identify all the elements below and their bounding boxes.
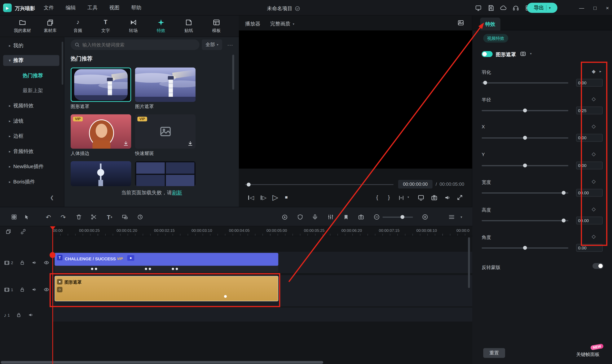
snapshot-camera-icon[interactable] (431, 194, 438, 201)
menu-edit[interactable]: 编辑 (66, 4, 76, 11)
effect-enable-toggle[interactable] (482, 51, 493, 57)
effect-card-partial-tower[interactable] (71, 161, 131, 186)
more-options-button[interactable]: ··· (225, 39, 235, 50)
menu-file[interactable]: 文件 (44, 4, 54, 11)
fullscreen-icon[interactable] (457, 194, 463, 201)
zoom-out-icon[interactable] (373, 213, 380, 221)
playhead-handle[interactable] (50, 226, 55, 230)
jump-start-button[interactable]: ◁ (248, 194, 254, 201)
tab-effects-properties[interactable]: 特效 (480, 18, 500, 30)
tab-transitions[interactable]: 转场 (119, 16, 147, 37)
dual-screen-icon[interactable] (418, 194, 424, 201)
add-text-icon[interactable]: T+ (106, 213, 113, 221)
mute-speaker-icon[interactable] (31, 260, 37, 266)
cloud-icon[interactable] (500, 4, 507, 11)
keyframe-diamond-icon[interactable]: ◇ (592, 206, 596, 212)
keyframe-diamond-icon[interactable]: ◇ (592, 233, 596, 239)
export-dropdown-caret[interactable]: ▾ (549, 6, 551, 10)
feather-value[interactable]: 0.00 (576, 79, 603, 87)
track-manager-icon[interactable] (448, 213, 455, 221)
effect-card-image-mask[interactable] (135, 67, 195, 102)
time-ruler[interactable]: 00:00 00:00:00:25 00:00:01:20 00:00:02:1… (52, 226, 472, 236)
export-button[interactable]: 导出 ▾ (527, 3, 557, 13)
text-clip[interactable]: T CHALLENGE / SUCCESS VIP ◆ (55, 253, 278, 266)
render-preview-icon[interactable] (281, 213, 288, 221)
clip-keyframe-dot[interactable] (224, 295, 227, 298)
split-scissors-icon[interactable] (90, 213, 97, 221)
search-input[interactable] (82, 42, 196, 47)
keyframe-diamond-icon[interactable]: ◇ (592, 178, 596, 184)
effect-card-quick-flare[interactable]: VIP (135, 114, 195, 149)
audio-mixer-icon[interactable] (327, 213, 334, 221)
nav-item-audio-effects[interactable]: ▸音频特效 (3, 146, 59, 157)
close-button[interactable]: × (606, 5, 609, 11)
visibility-eye-icon[interactable] (44, 287, 50, 293)
angle-value[interactable]: 0.00 (576, 244, 603, 252)
menu-tools[interactable]: 工具 (87, 4, 98, 11)
y-value[interactable]: 0.00 (576, 162, 603, 169)
trim-range-icon[interactable] (398, 195, 404, 201)
mute-speaker-icon[interactable] (31, 287, 37, 293)
nav-item-borders[interactable]: ▸边框 (3, 131, 59, 142)
mask-effect-clip[interactable]: ◆ 图形遮罩 ◇ (55, 276, 278, 301)
nav-item-newest[interactable]: 最新上架 (3, 86, 59, 96)
export-frame-icon[interactable] (358, 213, 365, 221)
feather-slider[interactable] (482, 82, 568, 84)
link-clips-icon[interactable] (20, 229, 26, 235)
lock-icon[interactable] (16, 312, 22, 318)
width-slider[interactable] (482, 193, 568, 194)
nav-item-video-effects[interactable]: ▸视频特效 (3, 100, 59, 111)
reset-button[interactable]: 重置 (483, 348, 505, 358)
layout-grid-icon[interactable] (11, 213, 18, 221)
seek-handle[interactable] (247, 183, 250, 186)
keyframe-diamond-icon[interactable]: ◆ (592, 68, 596, 74)
timeline-vertical-scrollbar[interactable] (468, 237, 470, 288)
nav-item-recommended[interactable]: ▾推荐 (3, 55, 59, 66)
slider-handle[interactable] (483, 81, 487, 85)
visibility-eye-icon[interactable] (44, 260, 50, 266)
keyframe-dot[interactable] (149, 268, 151, 270)
marker-icon[interactable] (342, 213, 349, 221)
shield-icon[interactable] (297, 213, 304, 221)
nav-scrollbar[interactable] (62, 42, 63, 85)
mask-shape-icon[interactable] (520, 51, 526, 57)
lock-icon[interactable] (19, 287, 25, 293)
volume-icon[interactable] (444, 194, 451, 201)
mark-out-button[interactable]: } (388, 194, 390, 200)
effect-card-partial-frames[interactable] (135, 161, 195, 186)
keyframe-dot[interactable] (176, 268, 178, 270)
refresh-link[interactable]: 刷新 (172, 190, 182, 196)
save-icon[interactable] (487, 4, 494, 11)
nav-item-mine[interactable]: ▸我的 (3, 40, 59, 51)
current-timecode[interactable]: 00:00:00:00 (398, 180, 432, 189)
select-cursor-icon[interactable] (23, 213, 30, 221)
tab-templates[interactable]: 模板 (203, 16, 230, 37)
playhead-line[interactable] (52, 226, 53, 364)
video-preview[interactable] (239, 30, 472, 169)
quality-dropdown[interactable]: 完整画质 ▾ (270, 20, 294, 27)
stop-button[interactable]: ■ (285, 194, 288, 200)
keyframe-expand-icon[interactable]: ▸ (599, 69, 601, 73)
nav-item-boris[interactable]: ▸Boris插件 (3, 176, 59, 187)
download-icon[interactable] (123, 141, 129, 146)
effect-card-body-outline[interactable]: VIP (71, 114, 131, 149)
lock-icon[interactable] (19, 260, 25, 266)
display-switch-icon[interactable] (475, 4, 482, 11)
add-track-icon[interactable] (6, 229, 12, 235)
keyframe-diamond-icon[interactable]: ◇ (592, 151, 596, 157)
mark-in-button[interactable]: { (376, 194, 378, 200)
tab-audio[interactable]: ♪ 音频 (64, 16, 92, 37)
chevron-down-icon[interactable]: ▾ (458, 213, 465, 221)
tab-stock-library[interactable]: 素材库 (36, 16, 64, 37)
category-chip[interactable]: 视频特效 (483, 34, 508, 43)
keyframe-dot[interactable] (91, 268, 93, 270)
invert-mask-toggle[interactable] (592, 263, 603, 269)
timeline-zoom-slider[interactable] (382, 217, 413, 218)
effects-search[interactable] (71, 39, 199, 50)
zoom-slider-handle[interactable] (400, 215, 404, 219)
keyframe-panel-label[interactable]: 关键帧面板 (576, 351, 599, 358)
undo-icon[interactable]: ↶ (45, 213, 52, 221)
chevron-down-icon[interactable]: ▾ (530, 52, 532, 55)
maximize-button[interactable]: □ (593, 5, 597, 11)
menu-view[interactable]: 视图 (109, 4, 119, 11)
